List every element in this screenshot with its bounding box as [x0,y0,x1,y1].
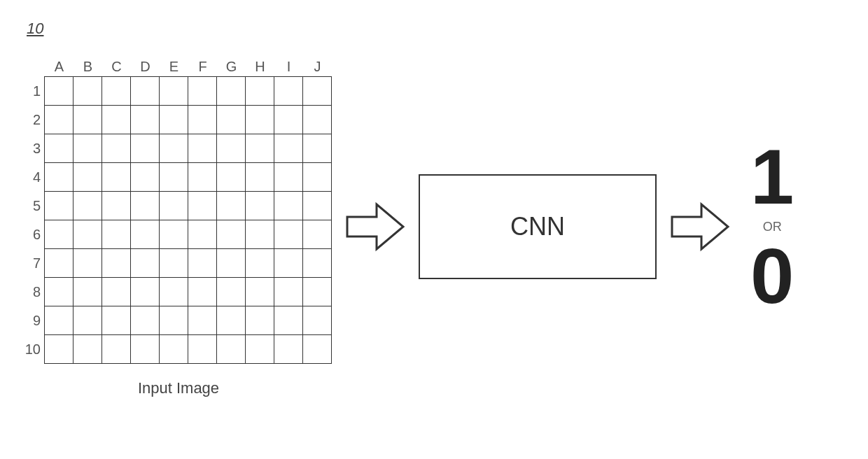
grid-cell [130,191,160,220]
row-label: 9 [25,306,45,335]
column-label: A [45,56,74,77]
grid-cell [245,162,274,192]
grid-cell [302,105,332,134]
grid-cell [245,277,274,306]
grid-cell [159,191,188,220]
cnn-label: CNN [510,212,565,241]
column-label: G [217,56,246,77]
grid-cell [102,220,131,249]
grid-cell [159,334,188,364]
grid-cell [216,105,246,134]
grid-cell [274,105,303,134]
row-label: 1 [25,77,45,106]
arrow-icon [344,199,406,255]
grid-cell [44,334,74,364]
grid-cell [245,105,274,134]
grid-cell [302,191,332,220]
grid-cell [159,76,188,106]
grid-cell [274,76,303,106]
cnn-box: CNN [419,174,657,279]
grid-cell [245,248,274,278]
grid-cell [130,134,160,163]
grid-cell [73,76,102,106]
grid-cell [245,76,274,106]
grid-cell [216,191,246,220]
figure-number: 10 [27,20,43,38]
grid-cell [130,76,160,106]
grid-cell [159,105,188,134]
column-label: F [188,56,217,77]
grid-cell [159,220,188,249]
grid-cell [44,277,74,306]
input-grid: ABCDEFGHIJ12345678910 [25,56,332,364]
grid-cell [102,334,131,364]
grid-cell [130,306,160,335]
row-label: 5 [25,192,45,220]
grid-cell [44,306,74,335]
row-label: 4 [25,163,45,192]
column-label: E [160,56,188,77]
input-image-caption: Input Image [138,379,219,397]
grid-cell [302,334,332,364]
grid-cell [245,334,274,364]
grid-cell [302,306,332,335]
grid-cell [188,134,217,163]
grid-cell [44,76,74,106]
column-label: C [102,56,131,77]
diagram-stage: ABCDEFGHIJ12345678910 Input Image CNN 1 … [25,56,854,397]
grid-cell [102,162,131,192]
grid-cell [302,134,332,163]
grid-cell [44,134,74,163]
grid-cell [274,277,303,306]
grid-cell [216,306,246,335]
row-label: 10 [25,335,45,364]
grid-cell [188,162,217,192]
grid-cell [73,134,102,163]
grid-cell [274,220,303,249]
grid-cell [188,76,217,106]
grid-cell [245,306,274,335]
column-label: B [74,56,102,77]
grid-cell [73,277,102,306]
grid-cell [274,334,303,364]
grid-cell [274,248,303,278]
grid-cell [102,134,131,163]
grid-cell [159,306,188,335]
grid-cell [130,277,160,306]
grid-cell [216,220,246,249]
grid-cell [188,306,217,335]
grid-cell [216,76,246,106]
input-image-block: ABCDEFGHIJ12345678910 Input Image [25,56,332,397]
grid-cell [44,191,74,220]
grid-cell [130,248,160,278]
grid-cell [188,248,217,278]
grid-cell [102,105,131,134]
grid-cell [73,191,102,220]
output-or: OR [763,220,782,233]
grid-cell [130,220,160,249]
grid-cell [302,248,332,278]
grid-cell [274,162,303,192]
row-label: 3 [25,134,45,163]
grid-cell [102,306,131,335]
grid-cell [188,334,217,364]
grid-cell [44,105,74,134]
grid-cell [73,105,102,134]
column-label: H [246,56,274,77]
grid-cell [159,277,188,306]
row-label: 7 [25,249,45,278]
row-label: 6 [25,220,45,249]
grid-cell [159,162,188,192]
column-label: I [274,56,303,77]
grid-cell [216,277,246,306]
grid-cell [245,134,274,163]
grid-cell [302,76,332,106]
grid-cell [73,306,102,335]
grid-cell [73,248,102,278]
grid-cell [130,162,160,192]
grid-cell [73,162,102,192]
column-label: D [131,56,160,77]
grid-cell [274,134,303,163]
row-label: 2 [25,106,45,134]
grid-cell [274,306,303,335]
